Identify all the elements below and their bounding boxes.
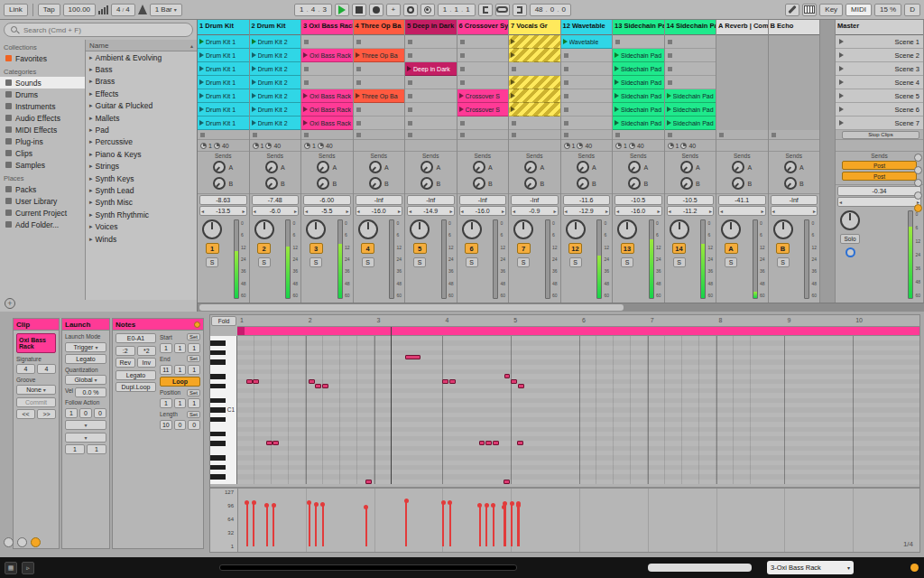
tempo-field[interactable]: 100.00: [63, 4, 96, 16]
empty-clip-slot[interactable]: [561, 103, 613, 117]
sends-show-toggle[interactable]: [914, 166, 922, 174]
session-clip[interactable]: Drum Kit 1: [198, 117, 249, 130]
pan-knob[interactable]: [617, 219, 637, 239]
send-knob-a[interactable]: [420, 161, 433, 173]
session-horizontal-scrollbar[interactable]: [198, 303, 924, 312]
velocity-marker[interactable]: [245, 500, 249, 505]
list-item[interactable]: ▸Ambient & Evolving: [86, 51, 197, 63]
session-clip[interactable]: Sidechain Pad: [613, 89, 664, 103]
beat-time-ruler[interactable]: 12345678910: [237, 315, 919, 327]
velocity-stem[interactable]: [405, 500, 407, 546]
velocity-marker[interactable]: [503, 501, 507, 506]
session-clip[interactable]: [509, 49, 560, 62]
start-bars-field[interactable]: 1: [160, 343, 172, 353]
pan-knob[interactable]: [254, 219, 274, 239]
signature-denominator-field[interactable]: 4: [37, 364, 56, 374]
session-clip[interactable]: [509, 103, 560, 117]
velocity-stem[interactable]: [442, 502, 444, 546]
clip-launch-icon[interactable]: [199, 52, 204, 58]
end-sixteenths-field[interactable]: 1: [188, 365, 200, 375]
position-set-button[interactable]: Set: [187, 389, 200, 396]
empty-clip-slot[interactable]: [354, 76, 405, 89]
clip-launch-icon[interactable]: [252, 93, 256, 98]
pan-knob[interactable]: [358, 219, 378, 239]
send-knob-b[interactable]: [213, 177, 226, 190]
track-activator-button[interactable]: 13: [621, 243, 634, 254]
solo-button[interactable]: S: [310, 257, 322, 267]
scene-slot[interactable]: Scene 7: [836, 117, 923, 130]
position-beats-field[interactable]: 1: [174, 398, 187, 408]
list-item[interactable]: ▸Percussive: [86, 136, 197, 148]
track-stop-button[interactable]: [460, 133, 465, 137]
send-knob-a[interactable]: [213, 161, 226, 173]
session-clip[interactable]: Sidechain Pad: [665, 117, 716, 130]
session-clip[interactable]: Drum Kit 1: [198, 49, 249, 62]
increment-icon[interactable]: ▸: [813, 208, 816, 214]
midi-note[interactable]: [273, 441, 279, 445]
halve-tempo-button[interactable]: :2: [116, 346, 135, 356]
stop-button[interactable]: [352, 4, 366, 16]
search-box[interactable]: Search (Cmd + F): [4, 23, 193, 37]
empty-clip-slot[interactable]: [561, 62, 613, 76]
start-beats-field[interactable]: 1: [174, 343, 187, 353]
decrement-icon[interactable]: ◂: [839, 199, 842, 205]
track-activator-button[interactable]: 12: [568, 243, 582, 254]
midi-note[interactable]: [504, 374, 511, 378]
solo-cue-button[interactable]: Solo: [840, 234, 860, 244]
mixer-show-toggle[interactable]: [914, 191, 922, 200]
track-stop-button[interactable]: [564, 133, 568, 137]
arrangement-position-display[interactable]: 1.4.3: [294, 4, 332, 16]
track-title[interactable]: 7 Vocals Gr: [509, 20, 560, 35]
solo-button[interactable]: S: [673, 257, 686, 267]
send-knob-a[interactable]: [628, 161, 641, 173]
list-item[interactable]: ▸Synth Lead: [86, 184, 197, 196]
session-clip[interactable]: Crossover S: [457, 103, 509, 117]
empty-clip-slot[interactable]: [354, 35, 405, 49]
empty-clip-slot[interactable]: [561, 76, 613, 89]
empty-clip-slot[interactable]: [301, 35, 353, 49]
velocity-stem[interactable]: [266, 505, 268, 546]
clip-overview-toggle[interactable]: ▦: [5, 562, 17, 574]
clip-launch-icon[interactable]: [563, 39, 568, 44]
list-item[interactable]: ▸Strings: [86, 161, 197, 172]
scene-slot[interactable]: Scene 3: [836, 62, 923, 76]
length-beats-field[interactable]: 0: [174, 420, 187, 430]
velocity-marker[interactable]: [485, 503, 489, 508]
solo-button[interactable]: S: [517, 257, 530, 267]
velocity-marker[interactable]: [314, 502, 319, 507]
midi-note[interactable]: [485, 441, 492, 445]
send-knob-b[interactable]: [369, 177, 382, 190]
increment-icon[interactable]: ▸: [761, 208, 763, 214]
overdub-button[interactable]: +: [386, 4, 401, 16]
browser-expand-button[interactable]: +: [5, 298, 15, 309]
track-title[interactable]: 4 Three Op Ba: [354, 20, 405, 35]
velocity-marker[interactable]: [272, 503, 276, 508]
link-button[interactable]: Link: [4, 4, 28, 16]
track-volume-field[interactable]: -6.00: [303, 195, 351, 205]
empty-clip-slot[interactable]: [354, 103, 405, 117]
follow-chance-b-field[interactable]: 1: [87, 444, 106, 454]
clip-launch-icon[interactable]: [303, 52, 308, 58]
clip-name-field[interactable]: Oxi Bass Rack: [16, 333, 56, 353]
send-knob-b[interactable]: [473, 177, 485, 190]
solo-button[interactable]: S: [466, 257, 478, 267]
loop-toggle-button[interactable]: Loop: [160, 377, 200, 387]
midi-map-button[interactable]: MIDI: [845, 4, 872, 16]
pan-knob[interactable]: [566, 219, 586, 239]
track-volume-field[interactable]: -Inf: [771, 195, 818, 205]
clip-launch-icon[interactable]: [252, 39, 256, 44]
midi-note[interactable]: [405, 355, 420, 359]
double-tempo-button[interactable]: *2: [137, 346, 157, 356]
sidebar-item-clips[interactable]: Clips: [0, 147, 85, 159]
velocity-marker[interactable]: [510, 501, 514, 506]
clip-launch-icon[interactable]: [252, 66, 256, 71]
pan-knob[interactable]: [202, 219, 222, 239]
midi-note[interactable]: [322, 384, 328, 388]
empty-clip-slot[interactable]: [561, 89, 613, 103]
sidebar-item-instruments[interactable]: Instruments: [0, 100, 85, 112]
track-activator-button[interactable]: 1: [206, 243, 219, 254]
session-clip[interactable]: [509, 76, 560, 89]
empty-clip-slot[interactable]: [509, 117, 560, 130]
session-clip[interactable]: Drum Kit 2: [250, 35, 301, 49]
empty-clip-slot[interactable]: [457, 62, 509, 76]
